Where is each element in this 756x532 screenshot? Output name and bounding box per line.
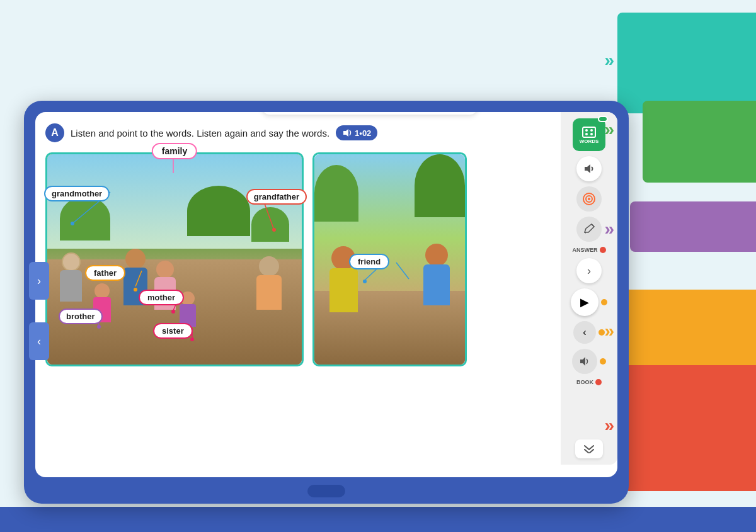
speaker-icon — [583, 162, 595, 175]
chevron-green[interactable]: » — [604, 120, 614, 140]
svg-point-3 — [585, 129, 588, 132]
bg-panel-orange — [624, 290, 756, 365]
svg-point-6 — [590, 133, 593, 135]
letter-badge: A — [45, 123, 64, 142]
chevron-purple[interactable]: » — [604, 219, 614, 239]
tablet-screen: ▶ VIDEO AUDIO CAMERA ✏ PEN TOOL ⌨ — [35, 112, 617, 477]
speaker2-dot — [600, 358, 606, 365]
label-grandfather: grandfather — [246, 189, 307, 205]
play-row: ▶ — [571, 288, 607, 316]
tablet-home-button[interactable] — [307, 485, 345, 497]
family-photo-container: family grandmother grandfather father mo… — [45, 152, 304, 366]
bg-panel-green — [643, 101, 756, 183]
main-content: A Listen and point to the words. Listen … — [35, 112, 617, 477]
bg-panel-red — [624, 365, 756, 491]
chevron-orange[interactable]: » — [604, 321, 614, 341]
scroll-down-icon — [583, 444, 595, 453]
svg-point-5 — [585, 133, 588, 135]
instruction-text: Listen and point to the words. Listen ag… — [71, 128, 329, 139]
label-sister: sister — [153, 323, 193, 339]
svg-rect-2 — [583, 127, 595, 137]
bg-panel-purple — [630, 201, 756, 252]
label-brother: brother — [59, 308, 103, 324]
answer-row: ANSWER — [573, 247, 606, 253]
panel-left-nav[interactable]: ‹ — [573, 321, 596, 344]
chevron-red[interactable]: » — [604, 416, 614, 436]
label-father: father — [85, 265, 125, 281]
play-dot — [601, 299, 607, 305]
play-button[interactable]: ▶ — [571, 288, 598, 316]
nav-left-bottom[interactable]: ‹ — [29, 322, 49, 360]
pencil-icon — [583, 223, 595, 235]
pencil-button[interactable] — [576, 217, 602, 242]
photos-row: family grandmother grandfather father mo… — [45, 152, 554, 366]
panel-right-nav[interactable]: › — [576, 258, 602, 283]
svg-marker-7 — [585, 164, 590, 173]
audio-badge-icon — [342, 128, 352, 138]
speaker2-button[interactable] — [572, 349, 597, 374]
label-family: family — [152, 143, 197, 159]
bg-panel-teal — [617, 13, 756, 113]
instruction-row: A Listen and point to the words. Listen … — [45, 123, 554, 142]
spiral-button[interactable] — [576, 186, 602, 212]
label-grandmother: grandmother — [44, 186, 110, 201]
chevron-teal[interactable]: » — [604, 50, 614, 71]
book-dot — [595, 379, 602, 385]
words-icon — [581, 126, 597, 139]
left-nav-row: ‹ — [573, 321, 605, 344]
answer-dot — [600, 247, 606, 253]
svg-point-4 — [590, 129, 593, 132]
label-mother: mother — [139, 290, 184, 305]
speaker2-icon — [579, 356, 590, 367]
svg-point-10 — [588, 198, 590, 200]
svg-marker-12 — [343, 129, 348, 137]
book-row: BOOK — [576, 379, 602, 385]
bottom-bar — [0, 507, 756, 532]
nav-left-top[interactable]: › — [29, 262, 49, 300]
label-friend: friend — [349, 254, 389, 269]
spiral-icon — [582, 192, 596, 206]
words-button[interactable]: WORDS — [573, 118, 605, 151]
speaker-button[interactable] — [576, 156, 602, 181]
friends-photo-container: friend — [312, 152, 467, 366]
audio-badge[interactable]: 1•02 — [336, 125, 377, 140]
speaker2-row — [572, 349, 606, 374]
svg-marker-11 — [580, 357, 585, 366]
tablet: › ‹ ▶ VIDEO AUDIO CAMERA — [24, 101, 629, 504]
scroll-down-button[interactable] — [575, 439, 603, 458]
